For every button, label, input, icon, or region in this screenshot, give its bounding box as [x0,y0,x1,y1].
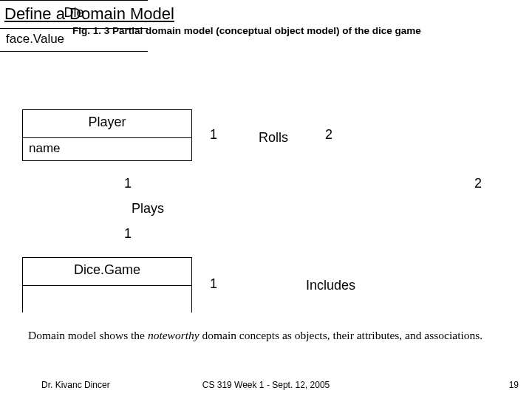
mult-rolls-player: 1 [210,127,217,143]
assoc-includes-label: Includes [306,278,355,293]
footer-course: CS 319 Week 1 - Sept. 12, 2005 [0,380,532,390]
class-dicegame: Dice.Game [22,257,192,313]
mult-rolls-die: 2 [325,127,332,143]
body-text-post: domain concepts as objects, their attrib… [200,329,483,341]
assoc-plays-label: Plays [132,201,164,216]
body-text-pre: Domain model shows the [28,329,148,341]
footer-page: 19 [509,380,519,390]
mult-includes-dicegame: 1 [210,276,217,292]
mult-includes-die: 2 [474,176,482,191]
class-player-name: Player [23,110,191,138]
class-dicegame-name: Dice.Game [23,258,191,286]
body-text: Domain model shows the noteworthy domain… [28,328,504,342]
class-player-attr: name [23,138,191,160]
slide-title: Define a Domain Model [4,4,174,24]
figure-caption: Fig. 1. 3 Partial domain model (conceptu… [72,25,421,36]
assoc-rolls-label: Rolls [259,130,288,146]
class-dicegame-attr-empty [23,286,191,313]
mult-plays-dicegame: 1 [124,226,132,242]
mult-plays-player: 1 [124,176,132,191]
class-player: Player name [22,109,192,161]
body-text-em: noteworthy [148,329,200,341]
